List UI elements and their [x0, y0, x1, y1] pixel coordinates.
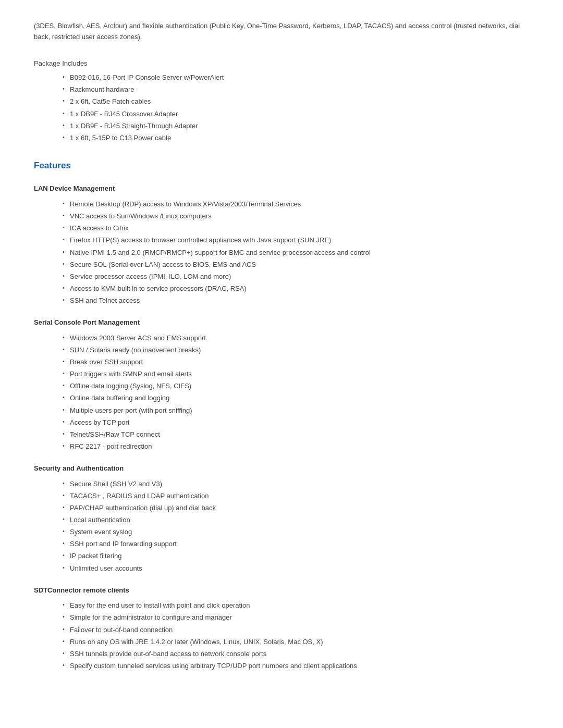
list-item: Windows 2003 Server ACS and EMS support — [63, 333, 529, 343]
serial-section: Serial Console Port Management Windows 2… — [34, 317, 529, 452]
list-item: Offline data logging (Syslog, NFS, CIFS) — [63, 381, 529, 391]
list-item: Unlimited user accounts — [63, 563, 529, 574]
lan-heading: LAN Device Management — [34, 183, 529, 194]
lan-section: LAN Device Management Remote Desktop (RD… — [34, 183, 529, 306]
list-item: Break over SSH support — [63, 357, 529, 367]
list-item: IP packet filtering — [63, 551, 529, 561]
security-list: Secure Shell (SSH V2 and V3) TACACS+ , R… — [34, 479, 529, 574]
list-item: RFC 2217 - port redirection — [63, 441, 529, 452]
list-item: Runs on any OS with JRE 1.4.2 or later (… — [63, 637, 529, 647]
list-item: Specify custom tunneled services using a… — [63, 661, 529, 671]
features-heading: Features — [34, 159, 529, 172]
list-item: 1 x DB9F - RJ45 Straight-Through Adapter — [63, 121, 529, 131]
package-section: Package Includes B092-016, 16-Port IP Co… — [34, 58, 529, 143]
sdtconnector-heading: SDTConnector remote clients — [34, 585, 529, 596]
list-item: Local authentication — [63, 515, 529, 525]
intro-paragraph: (3DES, Blowfish, AES, Arcfour) and flexi… — [34, 21, 529, 43]
package-label: Package Includes — [34, 58, 529, 69]
list-item: 1 x DB9F - RJ45 Crossover Adapter — [63, 109, 529, 119]
list-item: Remote Desktop (RDP) access to Windows X… — [63, 199, 529, 209]
list-item: VNC access to Sun/Windows /Linux compute… — [63, 211, 529, 221]
serial-list: Windows 2003 Server ACS and EMS support … — [34, 333, 529, 452]
features-content: LAN Device Management Remote Desktop (RD… — [34, 183, 529, 671]
list-item: SSH and Telnet access — [63, 295, 529, 306]
list-item: 2 x 6ft, Cat5e Patch cables — [63, 96, 529, 107]
list-item: Access by TCP port — [63, 417, 529, 428]
list-item: PAP/CHAP authentication (dial up) and di… — [63, 503, 529, 513]
package-list: B092-016, 16-Port IP Console Server w/Po… — [34, 72, 529, 143]
list-item: B092-016, 16-Port IP Console Server w/Po… — [63, 72, 529, 83]
list-item: Online data buffering and logging — [63, 393, 529, 403]
list-item: ICA access to Citrix — [63, 223, 529, 233]
list-item: SSH tunnels provide out-of-band access t… — [63, 649, 529, 659]
sdtconnector-list: Easy for the end user to install with po… — [34, 600, 529, 671]
list-item: Secure Shell (SSH V2 and V3) — [63, 479, 529, 489]
list-item: 1 x 6ft, 5-15P to C13 Power cable — [63, 133, 529, 143]
sdtconnector-section: SDTConnector remote clients Easy for the… — [34, 585, 529, 671]
list-item: SUN / Solaris ready (no inadvertent brea… — [63, 345, 529, 355]
list-item: Secure SOL (Serial over LAN) access to B… — [63, 260, 529, 270]
serial-heading: Serial Console Port Management — [34, 317, 529, 328]
list-item: System event syslog — [63, 527, 529, 537]
list-item: Rackmount hardware — [63, 84, 529, 95]
list-item: Failover to out-of-band connection — [63, 625, 529, 635]
lan-list: Remote Desktop (RDP) access to Windows X… — [34, 199, 529, 306]
security-section: Security and Authentication Secure Shell… — [34, 463, 529, 574]
list-item: Native IPMI 1.5 and 2.0 (RMCP/RMCP+) sup… — [63, 248, 529, 258]
list-item: Telnet/SSH/Raw TCP connect — [63, 429, 529, 440]
list-item: Simple for the administrator to configur… — [63, 612, 529, 623]
list-item: SSH port and IP forwarding support — [63, 539, 529, 549]
list-item: Port triggers with SMNP and email alerts — [63, 369, 529, 379]
list-item: Multiple users per port (with port sniff… — [63, 405, 529, 416]
list-item: Firefox HTTP(S) access to browser contro… — [63, 235, 529, 245]
security-heading: Security and Authentication — [34, 463, 529, 474]
list-item: Access to KVM built in to service proces… — [63, 283, 529, 294]
list-item: Easy for the end user to install with po… — [63, 600, 529, 611]
list-item: Service processor access (IPMI, ILO, LOM… — [63, 272, 529, 282]
list-item: TACACS+ , RADIUS and LDAP authentication — [63, 491, 529, 501]
